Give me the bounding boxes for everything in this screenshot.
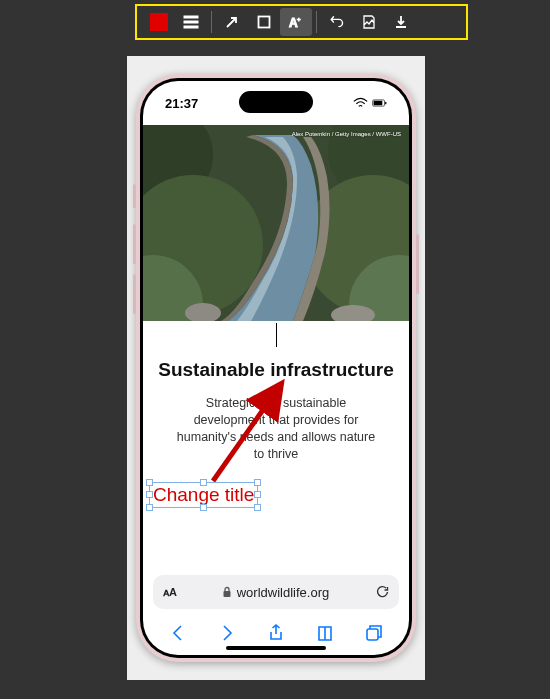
- home-indicator[interactable]: [226, 646, 326, 650]
- phone-stage: 21:37: [127, 56, 425, 680]
- article-content: Sustainable infrastructure Strategic and…: [143, 353, 409, 575]
- bookmarks-button[interactable]: [315, 623, 335, 643]
- annotation-text-box[interactable]: Change title: [149, 482, 258, 508]
- svg-rect-2: [184, 26, 198, 28]
- phone-side-button: [133, 224, 136, 264]
- download-button[interactable]: [385, 8, 417, 36]
- line-width-tool[interactable]: [175, 8, 207, 36]
- resize-handle[interactable]: [254, 504, 261, 511]
- color-swatch-icon: [150, 13, 168, 31]
- svg-rect-1: [184, 21, 198, 23]
- text-tool[interactable]: A+: [280, 8, 312, 36]
- dynamic-island: [239, 91, 313, 113]
- resize-handle[interactable]: [146, 504, 153, 511]
- undo-icon: [329, 14, 345, 30]
- phone-side-button: [133, 274, 136, 314]
- resize-handle[interactable]: [200, 504, 207, 511]
- image-icon: [361, 14, 377, 30]
- annotation-toolbar: A+: [135, 4, 468, 40]
- insert-image-button[interactable]: [353, 8, 385, 36]
- share-button[interactable]: [266, 623, 286, 643]
- resize-handle[interactable]: [254, 491, 261, 498]
- undo-button[interactable]: [321, 8, 353, 36]
- svg-rect-19: [223, 591, 230, 597]
- text-icon: A+: [288, 14, 304, 30]
- svg-rect-0: [184, 16, 198, 18]
- battery-icon: [372, 97, 387, 109]
- color-picker[interactable]: [143, 8, 175, 36]
- resize-handle[interactable]: [146, 479, 153, 486]
- safari-url-bar[interactable]: ᴀA worldwildlife.org: [153, 575, 399, 609]
- svg-rect-3: [259, 17, 270, 28]
- lines-icon: [183, 14, 199, 30]
- image-credit: Alex Potemkin / Getty Images / WWF-US: [292, 131, 401, 137]
- url-domain: worldwildlife.org: [237, 585, 329, 600]
- forward-button[interactable]: [217, 623, 237, 643]
- svg-rect-20: [367, 629, 378, 640]
- status-time: 21:37: [165, 96, 198, 111]
- resize-handle[interactable]: [200, 479, 207, 486]
- divider: [276, 323, 277, 347]
- article-subtitle: Strategic and sustainable development th…: [157, 395, 395, 463]
- rectangle-icon: [256, 14, 272, 30]
- resize-handle[interactable]: [146, 491, 153, 498]
- hero-image: Alex Potemkin / Getty Images / WWF-US: [143, 125, 409, 321]
- annotation-text: Change title: [153, 484, 254, 505]
- wifi-icon: [353, 97, 368, 109]
- download-icon: [393, 14, 409, 30]
- toolbar-separator: [316, 11, 317, 33]
- reader-mode-button[interactable]: ᴀA: [163, 586, 176, 599]
- reload-icon[interactable]: [375, 585, 389, 599]
- svg-rect-8: [385, 102, 386, 105]
- tabs-button[interactable]: [364, 623, 384, 643]
- svg-rect-7: [374, 101, 383, 105]
- article-title: Sustainable infrastructure: [157, 359, 395, 381]
- phone-side-button: [416, 234, 419, 294]
- phone-frame: 21:37: [136, 74, 416, 662]
- rectangle-tool[interactable]: [248, 8, 280, 36]
- toolbar-separator: [211, 11, 212, 33]
- back-button[interactable]: [168, 623, 188, 643]
- svg-text:+: +: [297, 16, 301, 22]
- phone-side-button: [133, 184, 136, 208]
- lock-icon: [222, 586, 232, 598]
- resize-handle[interactable]: [254, 479, 261, 486]
- arrow-icon: [224, 14, 240, 30]
- phone-screen: 21:37: [143, 81, 409, 655]
- arrow-tool[interactable]: [216, 8, 248, 36]
